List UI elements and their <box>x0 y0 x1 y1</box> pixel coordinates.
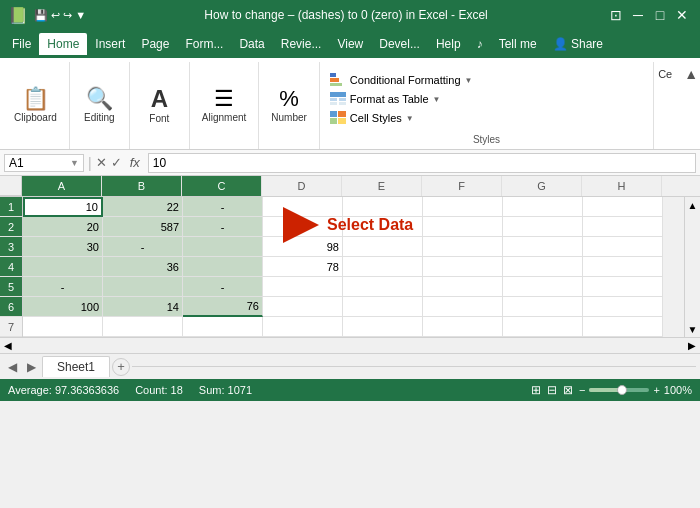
cell-d5[interactable] <box>263 277 343 297</box>
clipboard-button[interactable]: 📋 Clipboard <box>8 84 63 127</box>
row-header-2[interactable]: 2 <box>0 217 22 237</box>
cell-f1[interactable] <box>423 197 503 217</box>
cell-e6[interactable] <box>343 297 423 317</box>
row-header-5[interactable]: 5 <box>0 277 22 297</box>
menu-page[interactable]: Page <box>133 33 177 55</box>
cell-e1[interactable] <box>343 197 423 217</box>
col-header-f[interactable]: F <box>422 176 502 196</box>
menu-format[interactable]: Form... <box>177 33 231 55</box>
col-header-e[interactable]: E <box>342 176 422 196</box>
row-header-6[interactable]: 6 <box>0 297 22 317</box>
cell-e4[interactable] <box>343 257 423 277</box>
cell-e5[interactable] <box>343 277 423 297</box>
menu-file[interactable]: File <box>4 33 39 55</box>
scroll-left-button[interactable]: ◀ <box>0 338 16 354</box>
menu-help[interactable]: Help <box>428 33 469 55</box>
cell-b2[interactable]: 587 <box>103 217 183 237</box>
cell-a5[interactable]: - <box>23 277 103 297</box>
horizontal-scroll-area[interactable]: ◀ ▶ <box>0 337 700 353</box>
menu-review[interactable]: Revie... <box>273 33 330 55</box>
menu-audio-icon[interactable]: ♪ <box>469 33 491 55</box>
cell-h7[interactable] <box>583 317 663 337</box>
cell-d1[interactable] <box>263 197 343 217</box>
cell-h5[interactable] <box>583 277 663 297</box>
cell-c4[interactable] <box>183 257 263 277</box>
cell-g1[interactable] <box>503 197 583 217</box>
cell-d3[interactable]: 98 <box>263 237 343 257</box>
cell-e7[interactable] <box>343 317 423 337</box>
zoom-out-button[interactable]: − <box>579 384 585 396</box>
sheet-tab-1[interactable]: Sheet1 <box>42 356 110 377</box>
vertical-scrollbar[interactable]: ▲ ▼ <box>684 197 700 337</box>
menu-insert[interactable]: Insert <box>87 33 133 55</box>
number-button[interactable]: % Number <box>265 84 313 127</box>
name-box[interactable]: A1 ▼ <box>4 154 84 172</box>
cell-d2[interactable] <box>263 217 343 237</box>
cell-g5[interactable] <box>503 277 583 297</box>
scroll-up-button[interactable]: ▲ <box>685 197 700 213</box>
cell-h3[interactable] <box>583 237 663 257</box>
row-header-4[interactable]: 4 <box>0 257 22 277</box>
cell-a1[interactable]: 10 <box>23 197 103 217</box>
confirm-formula-icon[interactable]: ✓ <box>111 155 122 170</box>
cell-c3[interactable] <box>183 237 263 257</box>
cell-a3[interactable]: 30 <box>23 237 103 257</box>
cell-h6[interactable] <box>583 297 663 317</box>
cell-b7[interactable] <box>103 317 183 337</box>
cell-f4[interactable] <box>423 257 503 277</box>
sheet-nav-right[interactable]: ▶ <box>23 358 40 376</box>
menu-data[interactable]: Data <box>231 33 272 55</box>
cell-h1[interactable] <box>583 197 663 217</box>
editing-button[interactable]: 🔍 Editing <box>77 84 121 127</box>
page-layout-button[interactable]: ⊟ <box>547 383 557 397</box>
col-header-g[interactable]: G <box>502 176 582 196</box>
zoom-slider[interactable]: − + 100% <box>579 384 692 396</box>
cell-a6[interactable]: 100 <box>23 297 103 317</box>
scroll-down-button[interactable]: ▼ <box>685 321 700 337</box>
menu-share[interactable]: 👤 Share <box>545 33 611 55</box>
cell-b1[interactable]: 22 <box>103 197 183 217</box>
close-button[interactable]: ✕ <box>672 5 692 25</box>
col-header-c[interactable]: C <box>182 176 262 196</box>
cell-h2[interactable] <box>583 217 663 237</box>
cell-c5[interactable]: - <box>183 277 263 297</box>
alignment-button[interactable]: ☰ Alignment <box>196 84 252 127</box>
menu-developer[interactable]: Devel... <box>371 33 428 55</box>
row-header-1[interactable]: 1 <box>0 197 22 217</box>
cell-b3[interactable]: - <box>103 237 183 257</box>
cell-c6[interactable]: 76 <box>183 297 263 317</box>
cell-a4[interactable] <box>23 257 103 277</box>
cancel-formula-icon[interactable]: ✕ <box>96 155 107 170</box>
font-button[interactable]: A Font <box>137 83 181 128</box>
cell-b4[interactable]: 36 <box>103 257 183 277</box>
col-header-a[interactable]: A <box>22 176 102 196</box>
cell-a2[interactable]: 20 <box>23 217 103 237</box>
cell-f3[interactable] <box>423 237 503 257</box>
cell-e2[interactable] <box>343 217 423 237</box>
cell-f5[interactable] <box>423 277 503 297</box>
scroll-right-button[interactable]: ▶ <box>684 338 700 354</box>
cell-g7[interactable] <box>503 317 583 337</box>
cell-d7[interactable] <box>263 317 343 337</box>
menu-view[interactable]: View <box>329 33 371 55</box>
cell-c7[interactable] <box>183 317 263 337</box>
cell-styles-button[interactable]: Cell Styles ▼ <box>326 109 647 127</box>
cell-f7[interactable] <box>423 317 503 337</box>
cell-a7[interactable] <box>23 317 103 337</box>
ribbon-expand-button[interactable]: ▲ <box>684 62 698 149</box>
ribbon-toggle-icon[interactable]: ⊡ <box>606 5 626 25</box>
cell-g4[interactable] <box>503 257 583 277</box>
page-break-button[interactable]: ⊠ <box>563 383 573 397</box>
cell-d6[interactable] <box>263 297 343 317</box>
cell-d4[interactable]: 78 <box>263 257 343 277</box>
conditional-formatting-button[interactable]: Conditional Formatting ▼ <box>326 71 647 89</box>
cell-g3[interactable] <box>503 237 583 257</box>
col-header-d[interactable]: D <box>262 176 342 196</box>
format-as-table-button[interactable]: Format as Table ▼ <box>326 90 647 108</box>
cell-f6[interactable] <box>423 297 503 317</box>
cell-g2[interactable] <box>503 217 583 237</box>
formula-input[interactable] <box>148 153 696 173</box>
row-header-3[interactable]: 3 <box>0 237 22 257</box>
cell-b5[interactable] <box>103 277 183 297</box>
cell-e3[interactable] <box>343 237 423 257</box>
